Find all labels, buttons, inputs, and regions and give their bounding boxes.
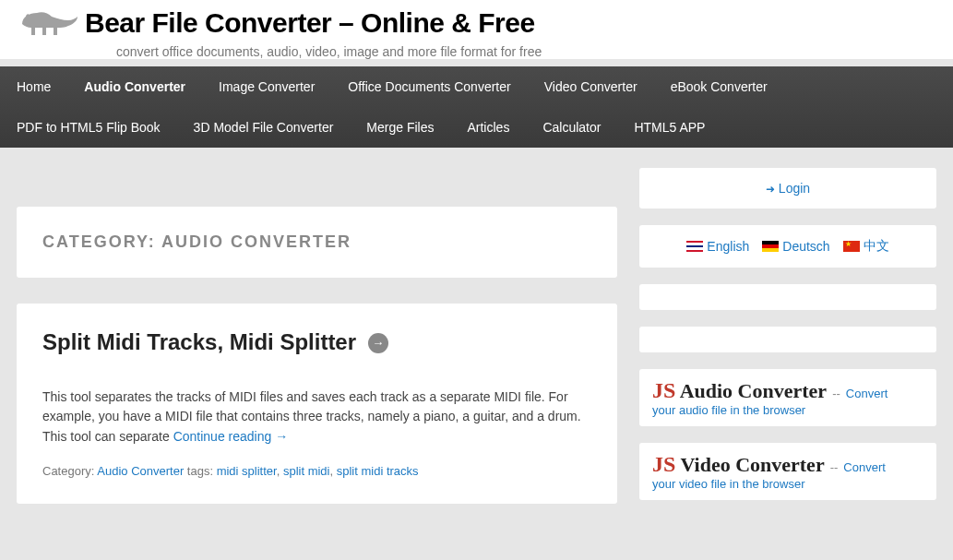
article-card: Split Midi Tracks, Midi Splitter → This … (17, 304, 617, 504)
login-link[interactable]: ➜Login (639, 168, 936, 209)
nav-item-articles[interactable]: Articles (450, 107, 526, 148)
language-en[interactable]: English (686, 238, 749, 255)
arrow-right-icon[interactable]: → (368, 333, 388, 353)
converter-description: your audio file in the browser (652, 403, 923, 417)
sidebar-placeholder-2 (639, 327, 936, 352)
js-converter-card: JS Audio Converter--Convertyour audio fi… (639, 369, 936, 426)
article-meta: Category: Audio Converter tags: midi spl… (42, 464, 591, 478)
site-tagline: convert office documents, audio, video, … (116, 44, 953, 59)
tag-link[interactable]: midi splitter (217, 464, 277, 478)
nav-item-calculator[interactable]: Calculator (526, 107, 617, 148)
bear-logo (17, 7, 81, 41)
nav-item-3d-model-file-converter[interactable]: 3D Model File Converter (177, 107, 351, 148)
site-title[interactable]: Bear File Converter – Online & Free (85, 7, 535, 39)
nav-item-video-converter[interactable]: Video Converter (528, 66, 654, 107)
tag-link[interactable]: split midi (283, 464, 330, 478)
js-converter-link[interactable]: JS Video Converter (652, 452, 825, 477)
js-converter-link[interactable]: JS Audio Converter (652, 378, 827, 403)
flag-en-icon (686, 241, 703, 252)
flag-de-icon (762, 241, 779, 252)
converter-description: your video file in the browser (652, 477, 923, 491)
nav-item-audio-converter[interactable]: Audio Converter (67, 66, 202, 107)
category-header-card: CATEGORY: AUDIO CONVERTER (17, 207, 617, 278)
nav-item-html5-app[interactable]: HTML5 APP (617, 107, 721, 148)
nav-item-pdf-to-html5-flip-book[interactable]: PDF to HTML5 Flip Book (0, 107, 177, 148)
meta-category-link[interactable]: Audio Converter (97, 464, 184, 478)
nav-item-image-converter[interactable]: Image Converter (202, 66, 331, 107)
nav-item-office-documents-converter[interactable]: Office Documents Converter (331, 66, 527, 107)
nav-item-home[interactable]: Home (0, 66, 67, 107)
language-cn[interactable]: 中文 (843, 238, 889, 255)
nav-item-ebook-converter[interactable]: eBook Converter (654, 66, 784, 107)
nav-item-merge-files[interactable]: Merge Files (350, 107, 450, 148)
language-de[interactable]: Deutsch (762, 238, 829, 255)
language-selector: EnglishDeutsch中文 (639, 225, 936, 268)
article-excerpt: This tool separates the tracks of MIDI f… (42, 387, 591, 447)
sidebar-placeholder-1 (639, 284, 936, 310)
category-heading: CATEGORY: AUDIO CONVERTER (42, 232, 591, 252)
main-nav: HomeAudio ConverterImage ConverterOffice… (0, 66, 953, 148)
tag-link[interactable]: split midi tracks (337, 464, 419, 478)
convert-link[interactable]: Convert (843, 460, 886, 474)
flag-cn-icon (843, 241, 860, 252)
js-converter-card: JS Video Converter--Convertyour video fi… (639, 443, 936, 500)
convert-link[interactable]: Convert (846, 387, 888, 400)
article-title[interactable]: Split Midi Tracks, Midi Splitter (42, 329, 356, 355)
login-icon: ➜ (766, 183, 775, 196)
continue-reading-link[interactable]: Continue reading → (173, 429, 289, 444)
